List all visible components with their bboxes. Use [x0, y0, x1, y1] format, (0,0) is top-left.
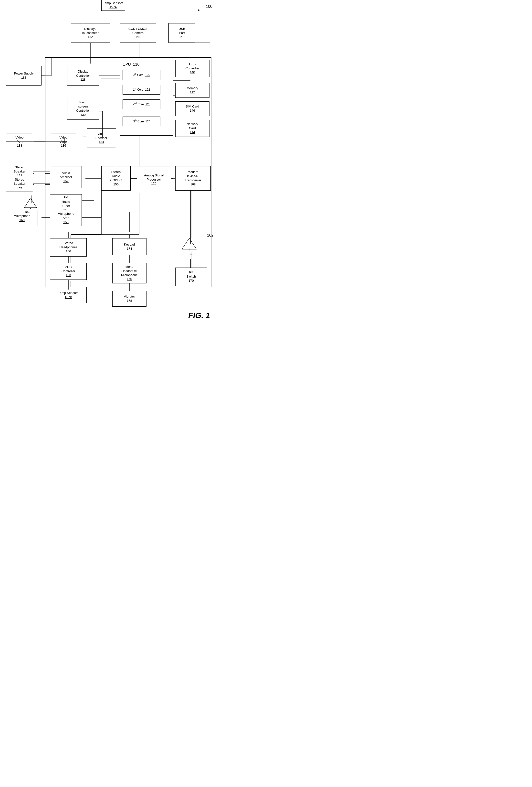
memory-label: Memory — [187, 86, 198, 90]
sim-card-label: SIM Card — [186, 105, 199, 109]
audio-amplifier-num: 152 — [63, 179, 69, 183]
usb-port-num: 142 — [179, 35, 184, 39]
stereo-codec-label: StereoAudioCODEC — [110, 170, 122, 183]
power-supply-box: Power Supply 188 — [6, 66, 42, 86]
ref-100: 100 — [206, 4, 213, 9]
microphone-label: Microphone — [14, 214, 30, 218]
display-controller-box: DisplayController 128 — [67, 66, 99, 86]
rf-switch-box: RFSwitch 170 — [175, 268, 207, 286]
temp-sensors-a-label: Temp Sensors — [103, 1, 123, 5]
ccd-camera-label: CCD / CMOSCamera — [128, 27, 148, 35]
ccd-camera-box: CCD / CMOSCamera 148 — [120, 23, 156, 43]
video-amp-box: VideoAmp 136 — [50, 133, 77, 150]
vibrator-label: Vibrator — [124, 295, 135, 299]
mic-amp-box: MicrophoneAmp 158 — [50, 210, 82, 226]
video-port-label: VideoPort — [15, 135, 23, 144]
memory-box: Memory 112 — [175, 83, 209, 98]
touch-controller-label: TouchscreenController — [76, 101, 90, 113]
adc-controller-label: ADCController — [62, 265, 75, 273]
temp-sensors-b-box: Temp Sensors 157B — [50, 287, 87, 303]
antenna-164-num: 164 — [24, 210, 37, 214]
stereo-headphones-box: StereoHeadphones 166 — [50, 238, 87, 257]
audio-amplifier-label: AudioAmplifier — [60, 171, 72, 179]
stereo-headphones-num: 166 — [66, 250, 71, 254]
diagram-container: 100 ↙ — [0, 0, 220, 327]
video-port-box: VideoPort 138 — [6, 133, 33, 150]
ccd-camera-num: 148 — [135, 35, 141, 39]
rf-switch-label: RFSwitch — [186, 271, 196, 279]
video-encoder-num: 134 — [98, 140, 104, 144]
sim-card-box: SIM Card 146 — [175, 101, 209, 116]
power-supply-num: 188 — [21, 76, 27, 80]
audio-amplifier-box: AudioAmplifier 152 — [50, 166, 82, 188]
stereo-headphones-label: StereoHeadphones — [59, 241, 77, 250]
usb-controller-label: USBController — [185, 62, 199, 71]
core2-box: 2nd Core 123 — [123, 100, 160, 109]
mono-headset-num: 176 — [127, 277, 132, 281]
stereo-speaker2-label: StereoSpeaker — [14, 178, 25, 186]
video-amp-num: 136 — [61, 144, 66, 148]
mic-amp-label: MicrophoneAmp — [58, 212, 74, 220]
display-touchscreen-label: Display /Touchscreen — [81, 27, 99, 35]
mic-amp-num: 158 — [63, 220, 69, 224]
sim-card-num: 146 — [190, 109, 195, 113]
stereo-codec-box: StereoAudioCODEC 150 — [101, 166, 131, 191]
analog-signal-label: Analog SignalProcessor — [144, 173, 163, 182]
usb-port-box: USBPort 142 — [169, 23, 195, 43]
antenna-symbol-172 — [182, 238, 197, 251]
antenna-172-num: 172 — [189, 252, 197, 256]
memory-num: 112 — [190, 90, 195, 94]
video-amp-label: VideoAmp — [59, 135, 67, 144]
display-touchscreen-num: 132 — [88, 35, 93, 39]
usb-controller-box: USBController 140 — [175, 60, 209, 77]
antenna-symbol-164 — [24, 198, 37, 209]
usb-port-label: USBPort — [179, 27, 185, 35]
keypad-box: Keypad 174 — [112, 238, 147, 255]
stereo-codec-num: 150 — [113, 183, 119, 187]
analog-signal-num: 126 — [151, 182, 156, 186]
stereo-speaker2-num: 156 — [17, 186, 22, 190]
video-port-num: 138 — [17, 144, 22, 148]
touch-controller-box: TouchscreenController 130 — [67, 98, 99, 120]
stereo-speaker2-box: StereoSpeaker 156 — [6, 176, 33, 192]
display-controller-label: DisplayController — [76, 70, 90, 78]
cpu-label: CPU 110 — [123, 62, 139, 67]
network-card-label: NetworkCard — [186, 122, 198, 130]
usb-controller-num: 140 — [190, 70, 195, 75]
modem-box: ModemDevice/RFTransceiver 168 — [175, 166, 211, 191]
mono-headset-label: MonoHeadset w/Microphone — [121, 265, 138, 277]
cpu-box: CPU 110 0th Core 120 1st Core 122 2nd Co… — [120, 60, 173, 135]
touch-controller-num: 130 — [80, 113, 86, 117]
stereo-speaker1-label: StereoSpeaker — [14, 165, 25, 174]
temp-sensors-a-num: 157A — [109, 5, 117, 9]
modem-label: ModemDevice/RFTransceiver — [185, 170, 201, 183]
video-encoder-box: VideoEncoder 134 — [87, 128, 116, 148]
vibrator-num: 178 — [127, 299, 132, 303]
keypad-label: Keypad — [124, 242, 135, 247]
modem-num: 168 — [191, 183, 196, 187]
svg-marker-56 — [24, 198, 37, 208]
network-card-box: NetworkCard 114 — [175, 120, 209, 137]
power-supply-label: Power Supply — [14, 71, 34, 76]
figure-label: FIG. 1 — [188, 311, 210, 320]
adc-controller-box: ADCController 103 — [50, 263, 87, 280]
svg-marker-58 — [182, 238, 197, 249]
rf-switch-num: 170 — [189, 279, 194, 283]
core0-box: 0th Core 120 — [123, 70, 160, 80]
antenna-172: 172 — [182, 238, 197, 256]
vibrator-box: Vibrator 178 — [112, 291, 147, 307]
display-controller-num: 128 — [80, 78, 86, 82]
temp-sensors-a-box: Temp Sensors 157A — [101, 0, 125, 11]
temp-sensors-b-num: 157B — [65, 295, 72, 299]
display-touchscreen-box: Display /Touchscreen 132 — [71, 23, 110, 43]
microphone-num: 160 — [19, 218, 25, 222]
adc-controller-num: 103 — [66, 273, 71, 277]
cpu-num: 110 — [133, 62, 140, 66]
analog-signal-box: Analog SignalProcessor 126 — [137, 166, 171, 193]
core1-box: 1st Core 122 — [123, 85, 160, 94]
ref-102: 102 — [207, 233, 214, 238]
mono-headset-box: MonoHeadset w/Microphone 176 — [112, 263, 147, 283]
video-encoder-label: VideoEncoder — [95, 132, 107, 140]
fm-radio-label: FMRadioTuner — [62, 196, 70, 208]
antenna-164: 164 — [24, 198, 37, 214]
